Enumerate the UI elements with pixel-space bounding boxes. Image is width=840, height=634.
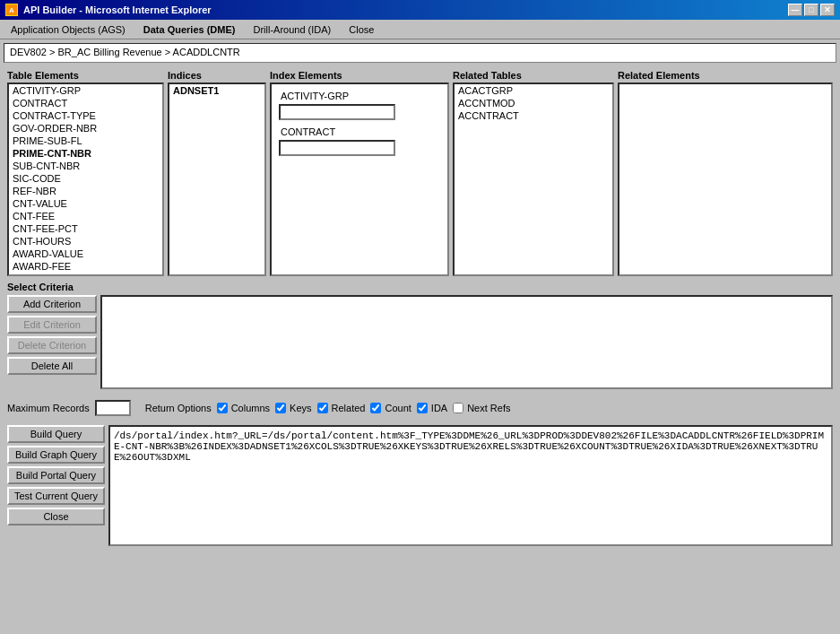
close-button[interactable]: Close (7, 508, 105, 525)
maximize-button[interactable]: □ (804, 4, 818, 16)
checkbox-columns-label: Columns (231, 403, 270, 413)
query-display: /ds/portal/index.htm?_URL=/ds/portal/con… (108, 425, 833, 546)
app-icon: A (5, 4, 18, 16)
title-bar-title: A API Builder - Microsoft Internet Explo… (5, 4, 212, 16)
return-options-label: Return Options (145, 403, 212, 413)
checkbox-keys-input[interactable] (275, 403, 286, 413)
panels-row: Table Elements ACTIVITY-GRP CONTRACT CON… (7, 70, 833, 276)
checkbox-related-input[interactable] (317, 403, 328, 413)
index-element-input-1[interactable] (279, 104, 395, 120)
related-elements-content (618, 83, 833, 276)
index-element-label-2: CONTRACT (279, 126, 440, 138)
list-item[interactable]: SUB-CNT-NBR (9, 160, 162, 172)
edit-criterion-button[interactable]: Edit Criterion (7, 316, 97, 334)
checkbox-count: Count (370, 403, 411, 413)
checkbox-ida-input[interactable] (417, 403, 428, 413)
minimize-button[interactable]: — (788, 4, 802, 16)
select-criteria-section: Select Criteria Add Criterion Edit Crite… (7, 282, 833, 389)
criteria-buttons: Add Criterion Edit Criterion Delete Crit… (7, 295, 97, 389)
max-records-label: Maximum Records (7, 403, 90, 413)
related-tables-list[interactable]: ACACTGRP ACCNTMOD ACCNTRACT (455, 84, 612, 122)
index-element-group-2: CONTRACT (275, 124, 444, 160)
delete-all-button[interactable]: Delete All (7, 357, 97, 375)
menu-app-objects[interactable]: Application Objects (AGS) (4, 22, 133, 37)
list-item[interactable]: AWARD-VALUE (9, 248, 162, 260)
checkbox-next-refs-label: Next Refs (467, 403, 510, 413)
indices-list[interactable]: ADNSET1 (169, 84, 264, 97)
list-item[interactable]: CNT-FEE (9, 210, 162, 222)
delete-criterion-button[interactable]: Delete Criterion (7, 336, 97, 354)
list-item[interactable]: AWARD-FEE (9, 260, 162, 273)
menu-close[interactable]: Close (342, 22, 381, 37)
build-portal-query-button[interactable]: Build Portal Query (7, 466, 105, 484)
table-elements-panel: Table Elements ACTIVITY-GRP CONTRACT CON… (7, 70, 164, 276)
close-window-button[interactable]: ✕ (820, 4, 835, 16)
index-elements-label: Index Elements (270, 70, 449, 81)
list-item[interactable]: ACACTGRP (455, 84, 612, 97)
criteria-area: Add Criterion Edit Criterion Delete Crit… (7, 295, 833, 389)
related-tables-label: Related Tables (453, 70, 614, 81)
related-tables-content: ACACTGRP ACCNTMOD ACCNTRACT (453, 83, 614, 276)
list-item[interactable]: ACTIVITY-GRP (9, 84, 162, 97)
bottom-buttons: Build Query Build Graph Query Build Port… (7, 425, 105, 546)
table-elements-content: ACTIVITY-GRP CONTRACT CONTRACT-TYPE GOV-… (7, 83, 164, 276)
checkbox-count-input[interactable] (370, 403, 381, 413)
list-item-bold[interactable]: PRIME-CNT-NBR (9, 147, 162, 160)
list-item[interactable]: GOV-ORDER-NBR (9, 122, 162, 135)
checkbox-related: Related (317, 403, 366, 413)
max-records-input[interactable] (95, 400, 131, 416)
select-criteria-label: Select Criteria (7, 282, 833, 292)
list-item[interactable]: CNT-VALUE (9, 197, 162, 210)
build-query-button[interactable]: Build Query (7, 425, 105, 443)
title-bar-buttons: — □ ✕ (788, 4, 835, 16)
checkbox-count-label: Count (385, 403, 411, 413)
list-item[interactable]: ACCNTRACT (455, 109, 612, 122)
checkbox-keys: Keys (275, 403, 311, 413)
index-elements-panel: Index Elements ACTIVITY-GRP CONTRACT (270, 70, 449, 276)
list-item[interactable]: ACCNTMOD (455, 97, 612, 109)
index-element-input-2[interactable] (279, 140, 395, 156)
checkbox-columns-input[interactable] (217, 403, 228, 413)
checkbox-next-refs-input[interactable] (453, 403, 463, 413)
index-element-label-1: ACTIVITY-GRP (279, 90, 440, 102)
list-item[interactable]: SIC-CODE (9, 172, 162, 185)
checkbox-next-refs: Next Refs (453, 403, 510, 413)
criteria-display (100, 295, 833, 389)
list-item[interactable]: CONTRACT (9, 97, 162, 109)
title-bar: A API Builder - Microsoft Internet Explo… (0, 0, 840, 20)
indices-panel: Indices ADNSET1 (168, 70, 266, 276)
checkbox-ida-label: IDA (431, 403, 447, 413)
menu-data-queries[interactable]: Data Queries (DME) (136, 22, 243, 37)
table-elements-list[interactable]: ACTIVITY-GRP CONTRACT CONTRACT-TYPE GOV-… (9, 84, 162, 274)
checkbox-ida: IDA (417, 403, 447, 413)
bottom-area: Build Query Build Graph Query Build Port… (7, 425, 833, 546)
title-text: API Builder - Microsoft Internet Explore… (23, 4, 212, 15)
list-item[interactable]: CNT-FEE-PCT (9, 222, 162, 235)
related-elements-label: Related Elements (618, 70, 833, 81)
index-element-group-1: ACTIVITY-GRP (275, 88, 444, 124)
index-elements-content: ACTIVITY-GRP CONTRACT (270, 83, 449, 276)
related-elements-panel: Related Elements (618, 70, 833, 276)
related-tables-panel: Related Tables ACACTGRP ACCNTMOD ACCNTRA… (453, 70, 614, 276)
list-item[interactable]: CONTRACT-TYPE (9, 109, 162, 122)
build-graph-query-button[interactable]: Build Graph Query (7, 446, 105, 464)
add-criterion-button[interactable]: Add Criterion (7, 295, 97, 313)
test-current-query-button[interactable]: Test Current Query (7, 487, 105, 505)
menu-drill-around[interactable]: Drill-Around (IDA) (246, 22, 338, 37)
breadcrumb: DEV802 > BR_AC Billing Revenue > ACADDLC… (4, 43, 836, 63)
indices-label: Indices (168, 70, 266, 81)
list-item[interactable]: PRIME-SUB-FL (9, 135, 162, 147)
list-item[interactable]: CNT-HOURS (9, 235, 162, 248)
menu-bar: Application Objects (AGS) Data Queries (… (0, 20, 840, 39)
list-item[interactable]: REF-NBR (9, 185, 162, 197)
checkbox-columns: Columns (217, 403, 270, 413)
list-item[interactable]: ADNSET1 (169, 84, 264, 97)
options-row: Maximum Records Return Options Columns K… (7, 396, 833, 420)
checkbox-related-label: Related (332, 403, 366, 413)
indices-content: ADNSET1 (168, 83, 266, 276)
main-content: Table Elements ACTIVITY-GRP CONTRACT CON… (0, 66, 840, 550)
checkbox-keys-label: Keys (290, 403, 311, 413)
table-elements-label: Table Elements (7, 70, 164, 81)
